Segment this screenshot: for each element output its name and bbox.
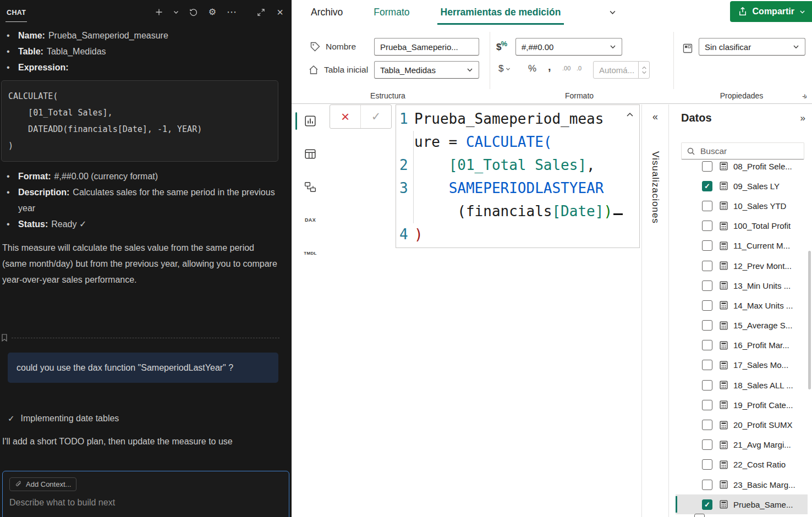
field-label[interactable]: 23_Basic Marg... — [733, 480, 795, 490]
field-label[interactable]: 21_Avg Margi... — [733, 440, 791, 449]
field-label[interactable]: 100_Total Profit — [733, 221, 791, 230]
field-label[interactable]: 18_Sales ALL ... — [733, 381, 793, 390]
field-checkbox[interactable] — [702, 459, 712, 470]
discard-changes-button[interactable]: × — [330, 105, 360, 128]
chat-input-box[interactable]: Add Context... Describe what to build ne… — [2, 471, 289, 517]
field-checkbox[interactable] — [702, 181, 712, 191]
field-row[interactable]: 20_Profit SUMX — [669, 415, 808, 435]
stepper-arrows[interactable] — [638, 62, 649, 78]
field-row[interactable]: 15_Average S... — [669, 316, 808, 336]
format-dropdown[interactable]: #,##0.00 — [515, 38, 622, 56]
field-row[interactable]: 12_Prev Mont... — [669, 256, 808, 276]
thousands-separator-button[interactable]: , — [548, 61, 551, 73]
remove-decimal-button[interactable]: .0 — [577, 65, 581, 72]
dax-query-view-button[interactable]: DAX — [292, 204, 329, 237]
field-label[interactable]: 10_Sales YTD — [733, 201, 786, 211]
field-checkbox[interactable] — [702, 480, 712, 490]
field-row[interactable]: 21_Avg Margi... — [669, 435, 808, 455]
field-checkbox[interactable] — [702, 400, 712, 410]
share-button[interactable]: Compartir — [730, 1, 812, 22]
field-checkbox[interactable] — [702, 261, 712, 271]
collapse-left-icon[interactable]: « — [652, 111, 658, 123]
field-checkbox[interactable] — [702, 280, 712, 291]
model-view-button[interactable] — [292, 170, 329, 204]
tab-herramientas-de-medicion[interactable]: Herramientas de medición — [441, 0, 561, 25]
field-row[interactable]: 22_Cost Ratio — [669, 455, 808, 475]
field-row[interactable]: 14_Max Units ... — [669, 295, 808, 315]
field-checkbox[interactable] — [702, 221, 712, 231]
field-checkbox[interactable] — [702, 380, 712, 391]
field-label[interactable]: 09_Sales LY — [733, 182, 780, 191]
field-label[interactable]: 17_Sales Mo... — [733, 360, 788, 370]
new-chat-dropdown-chevron-icon[interactable] — [173, 6, 179, 18]
progress-item[interactable]: ✓ Implementing date tables — [8, 410, 285, 426]
field-checkbox[interactable] — [702, 320, 712, 331]
chevron-up-icon[interactable] — [626, 111, 634, 119]
visualizations-panel-title[interactable]: Visualizaciones — [650, 151, 661, 224]
chevron-down-icon — [793, 43, 799, 50]
field-row[interactable]: 09_Sales LY — [669, 176, 808, 196]
table-view-button[interactable] — [292, 138, 329, 170]
decimal-places-input[interactable]: Automá... — [593, 61, 650, 79]
tab-formato[interactable]: Formato — [374, 0, 409, 25]
chevron-down-icon[interactable] — [609, 9, 616, 16]
currency-format-icon[interactable]: $% — [496, 40, 507, 53]
field-label[interactable]: 22_Cost Ratio — [733, 460, 786, 469]
field-row[interactable]: 08_Profit Sele... — [669, 160, 808, 176]
chat-input-placeholder[interactable]: Describe what to build next — [9, 498, 282, 508]
field-checkbox[interactable] — [702, 439, 712, 450]
field-label[interactable]: 14_Max Units ... — [733, 301, 793, 310]
field-row[interactable]: 18_Sales ALL ... — [669, 375, 808, 395]
expand-icon[interactable] — [256, 6, 266, 18]
dax-formula-editor[interactable]: 1234 Prueba_Sameperiod_measure = CALCULA… — [396, 105, 640, 248]
scrollbar-thumb[interactable] — [808, 251, 811, 389]
measure-name-input[interactable]: Prueba_Sameperio... — [374, 38, 479, 56]
report-view-button[interactable] — [292, 105, 329, 138]
field-search-box[interactable]: Buscar — [681, 142, 804, 160]
field-row[interactable]: 16_Profit Mar... — [669, 336, 808, 355]
data-category-dropdown[interactable]: Sin clasificar — [699, 38, 805, 56]
field-checkbox[interactable] — [702, 240, 712, 251]
field-label[interactable]: 15_Average S... — [733, 321, 792, 330]
field-checkbox[interactable] — [702, 420, 712, 430]
commit-changes-button[interactable]: ✓ — [360, 105, 391, 128]
field-row[interactable]: 13_Min Units ... — [669, 276, 808, 295]
gear-icon[interactable]: ⚙ — [207, 6, 217, 18]
field-label[interactable]: 20_Profit SUMX — [733, 420, 793, 430]
corner-expand-icon[interactable]: » — [800, 91, 810, 101]
field-label[interactable]: 19_Profit Cate... — [733, 400, 793, 410]
field-label[interactable]: 13_Min Units ... — [733, 281, 791, 290]
field-checkbox[interactable] — [702, 340, 712, 350]
more-icon[interactable]: ⋯ — [227, 6, 237, 18]
new-chat-button[interactable] — [154, 6, 164, 18]
field-label[interactable]: Prueba_Same... — [733, 500, 793, 509]
field-checkbox[interactable] — [702, 161, 712, 172]
field-label[interactable]: 16_Profit Mar... — [733, 340, 789, 350]
field-checkbox[interactable] — [702, 201, 712, 211]
chevron-up-icon — [642, 66, 646, 69]
field-label[interactable]: 11_Current M... — [733, 241, 790, 250]
field-checkbox[interactable] — [702, 499, 712, 510]
field-row[interactable]: 23_Basic Marg... — [669, 475, 808, 494]
field-checkbox[interactable] — [702, 360, 712, 370]
field-row[interactable]: 17_Sales Mo... — [669, 355, 808, 375]
percent-button[interactable]: % — [528, 63, 536, 74]
tmdl-view-button[interactable]: TMDL — [292, 237, 329, 270]
add-context-button[interactable]: Add Context... — [9, 477, 76, 491]
collapse-right-icon[interactable]: » — [800, 113, 805, 124]
field-row[interactable]: Prueba_Same... — [676, 494, 808, 514]
field-checkbox[interactable] — [702, 300, 712, 311]
field-label[interactable]: 08_Profit Sele... — [733, 162, 792, 171]
field-row[interactable]: 100_Total Profit — [669, 216, 808, 236]
close-icon[interactable]: × — [275, 6, 285, 18]
field-row[interactable]: 11_Current M... — [669, 236, 808, 256]
history-icon[interactable] — [188, 6, 198, 18]
tab-archivo[interactable]: Archivo — [311, 0, 343, 25]
add-decimal-button[interactable]: .00 — [562, 65, 570, 72]
field-label[interactable]: 12_Prev Mont... — [733, 261, 792, 271]
formula-code[interactable]: Prueba_Sameperiod_measure = CALCULATE( [… — [413, 105, 639, 248]
field-row[interactable]: 10_Sales YTD — [669, 196, 808, 216]
field-row[interactable]: 19_Profit Cate... — [669, 395, 808, 415]
currency-button[interactable]: $ — [498, 63, 511, 74]
home-table-dropdown[interactable]: Tabla_Medidas — [374, 61, 479, 79]
